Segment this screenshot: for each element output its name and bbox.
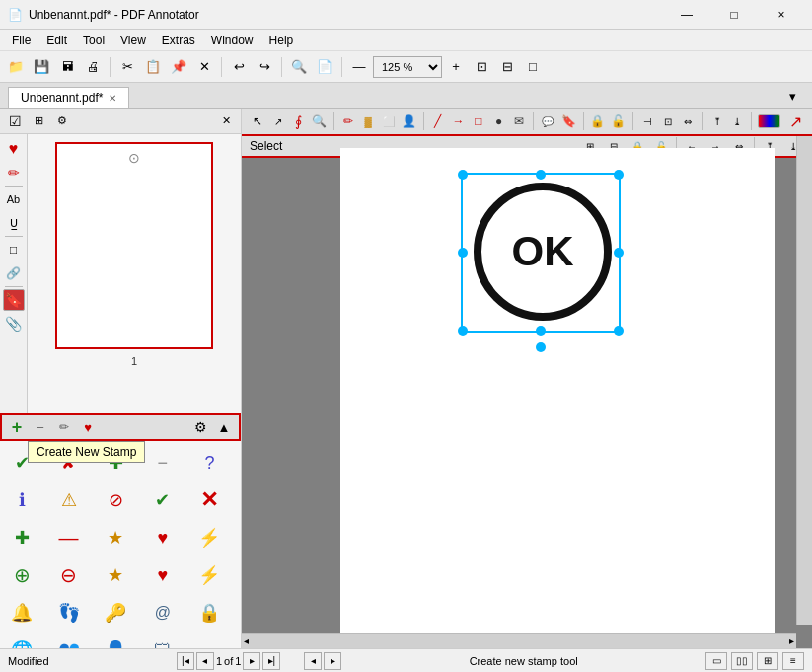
anno-select-btn[interactable]: ♥ (3, 138, 25, 160)
page-first-btn[interactable]: |◂ (177, 652, 194, 670)
tab-main[interactable]: Unbenannt.pdf* ✕ (8, 87, 129, 108)
zoom-btn[interactable]: 🔍 (311, 111, 328, 132)
stamp-minus[interactable]: − (145, 445, 181, 481)
close-button[interactable]: × (759, 0, 804, 30)
stamp-lightning[interactable]: ⚡ (191, 520, 227, 556)
menu-file[interactable]: File (4, 32, 38, 49)
new-btn[interactable]: 📁 (4, 55, 28, 79)
menu-view[interactable]: View (112, 32, 154, 49)
minimize-button[interactable]: — (664, 0, 709, 30)
top-btn[interactable]: ⤒ (708, 111, 725, 132)
h-scroll-left[interactable]: ◂ (244, 635, 249, 646)
lp-close-btn[interactable]: ✕ (215, 111, 237, 132)
pen-btn[interactable]: ✏ (339, 111, 356, 132)
stamp-heart2[interactable]: ♥ (145, 558, 181, 593)
highlight-btn[interactable]: ▓ (360, 111, 377, 132)
delete-btn[interactable]: ✕ (192, 55, 216, 79)
menu-help[interactable]: Help (261, 32, 302, 49)
anno-attach-btn[interactable]: 📎 (3, 313, 25, 335)
stamp-cancel[interactable]: ⊘ (98, 483, 133, 518)
align-center-btn[interactable]: ⊡ (660, 111, 677, 132)
stamp-key[interactable]: 🔑 (98, 595, 133, 631)
view-double-btn[interactable]: ▯▯ (731, 652, 753, 670)
page-prev-btn[interactable]: ◂ (196, 652, 214, 670)
person-btn[interactable]: 👤 (401, 111, 417, 132)
stamp-footprints[interactable]: 👣 (51, 595, 87, 631)
view-single-btn[interactable]: ▭ (705, 652, 727, 670)
tab-close-btn[interactable]: ✕ (109, 93, 116, 104)
fullscreen-btn[interactable]: □ (521, 55, 545, 79)
zoom-select[interactable]: 125 % 100 % 75 % (373, 56, 442, 78)
line-btn[interactable]: ╱ (430, 111, 447, 132)
menu-window[interactable]: Window (203, 32, 261, 49)
menu-extras[interactable]: Extras (154, 32, 203, 49)
align-left-btn[interactable]: ⊣ (639, 111, 656, 132)
stamp-at[interactable]: @ (145, 595, 181, 631)
unlock-btn[interactable]: 🔓 (610, 111, 627, 132)
h-scroll-right[interactable]: ▸ (789, 635, 794, 646)
red-arrow-btn[interactable]: ↗ (788, 111, 805, 132)
vertical-scrollbar[interactable] (796, 136, 812, 625)
stamp-star[interactable]: ★ (98, 520, 133, 556)
anno-highlight-btn[interactable]: Ab (3, 188, 25, 210)
stamp-question[interactable]: ? (191, 445, 227, 481)
stamp-minus2[interactable]: — (51, 520, 87, 556)
lp-gear-btn[interactable]: ⚙ (51, 111, 73, 132)
zoom-width-btn[interactable]: ⊟ (495, 55, 519, 79)
lasso-btn[interactable]: ∮ (290, 111, 307, 132)
stamp-delete-btn[interactable]: − (30, 416, 51, 438)
select-poly-btn[interactable]: ↗ (270, 111, 287, 132)
menu-edit[interactable]: Edit (38, 32, 75, 49)
paste-btn[interactable]: 📌 (167, 55, 190, 79)
stamp-circle-plus[interactable]: ⊕ (4, 558, 39, 593)
arrow-btn[interactable]: → (450, 111, 467, 132)
stamp-lightning2[interactable]: ⚡ (191, 558, 227, 593)
stamp-edit-btn[interactable]: ✏ (53, 416, 75, 438)
copy-btn[interactable]: 📋 (141, 55, 165, 79)
zoom-fit-btn[interactable]: ⊡ (470, 55, 493, 79)
stamp-gear-btn[interactable]: ⚙ (189, 416, 211, 438)
stamp-warning[interactable]: ⚠ (51, 483, 87, 518)
callout-btn[interactable]: 💬 (540, 111, 556, 132)
eraser-btn[interactable]: ⬜ (380, 111, 397, 132)
tab-expand-btn[interactable]: ▾ (780, 84, 804, 108)
lock-btn[interactable]: 🔒 (589, 111, 606, 132)
select-arrow-btn[interactable]: ↖ (250, 111, 266, 132)
find-btn[interactable]: 🔍 (287, 55, 311, 79)
stamp-circle-minus[interactable]: ⊖ (51, 558, 87, 593)
email-btn[interactable]: ✉ (511, 111, 528, 132)
stamp-fav-btn[interactable]: ♥ (77, 416, 99, 438)
stamp-globe[interactable]: 🌐 (4, 633, 39, 648)
lp-view-btn[interactable]: ⊞ (28, 111, 49, 132)
cut-btn[interactable]: ✂ (115, 55, 139, 79)
back-btn[interactable]: ◂ (304, 652, 322, 670)
stamp-check2[interactable]: ✔ (145, 483, 181, 518)
stamp-shield[interactable]: 🛡 (145, 633, 181, 648)
stamp-checkmark[interactable]: ✔ (4, 445, 39, 481)
ok-stamp[interactable]: OK (469, 178, 617, 326)
page-last-btn[interactable]: ▸| (262, 652, 280, 670)
h-spacing-btn[interactable]: ⇔ (680, 111, 697, 132)
rect-btn[interactable]: □ (471, 111, 487, 132)
anno-stamp-btn[interactable]: 🔖 (3, 289, 25, 311)
page-next-btn[interactable]: ▸ (243, 652, 260, 670)
stamp2-btn[interactable]: 🔖 (560, 111, 577, 132)
undo-btn[interactable]: ↩ (227, 55, 251, 79)
page-btn[interactable]: 📄 (313, 55, 336, 79)
maximize-button[interactable]: □ (711, 0, 757, 30)
print-btn[interactable]: 🖨 (81, 55, 105, 79)
anno-underline-btn[interactable]: U̲ (3, 212, 25, 234)
stamp-x2[interactable]: ✕ (191, 483, 227, 518)
save-btn[interactable]: 💾 (30, 55, 53, 79)
stamp-heart[interactable]: ♥ (145, 520, 181, 556)
stamp-up-btn[interactable]: ▲ (213, 416, 235, 438)
color-btn[interactable] (758, 114, 779, 128)
stamp-info[interactable]: ℹ (4, 483, 39, 518)
redo-btn[interactable]: ↪ (253, 55, 276, 79)
stamp-bell[interactable]: 🔔 (4, 595, 39, 631)
stamp-group[interactable]: 👥 (51, 633, 87, 648)
anno-shape-btn[interactable]: □ (3, 239, 25, 261)
view-grid-btn[interactable]: ⊞ (757, 652, 778, 670)
stamp-lock[interactable]: 🔒 (191, 595, 227, 631)
save2-btn[interactable]: 🖬 (55, 55, 79, 79)
